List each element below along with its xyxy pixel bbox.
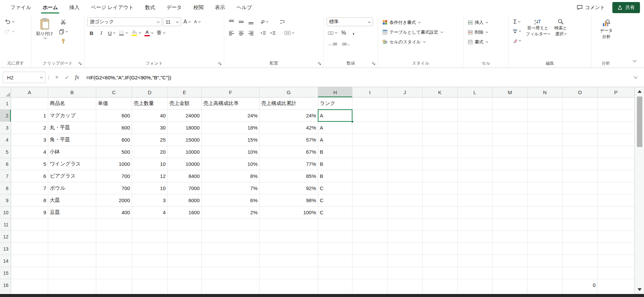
cell-M12[interactable] bbox=[493, 231, 528, 243]
cell-E7[interactable]: 8400 bbox=[168, 170, 202, 182]
vertical-scrollbar[interactable] bbox=[635, 87, 644, 294]
cell-L13[interactable] bbox=[457, 243, 493, 255]
paste-button[interactable]: 貼り付け bbox=[34, 17, 56, 46]
cell-K17[interactable] bbox=[422, 291, 457, 294]
cell-J10[interactable] bbox=[387, 207, 422, 219]
cell-B3[interactable]: 丸・平皿 bbox=[48, 122, 96, 134]
cell-M17[interactable] bbox=[493, 291, 528, 294]
cell-F9[interactable]: 6% bbox=[202, 194, 260, 207]
cell-N11[interactable] bbox=[528, 219, 563, 231]
cell-B13[interactable] bbox=[48, 243, 96, 255]
cell-K7[interactable] bbox=[422, 170, 457, 182]
cell-N6[interactable] bbox=[528, 158, 563, 170]
cell-I15[interactable] bbox=[352, 267, 387, 279]
cell-N9[interactable] bbox=[528, 194, 563, 207]
cell-M7[interactable] bbox=[493, 170, 528, 182]
column-header-C[interactable]: C bbox=[96, 87, 132, 98]
cell-N4[interactable] bbox=[528, 134, 563, 146]
cell-B10[interactable]: 豆皿 bbox=[48, 207, 96, 219]
cell-E11[interactable] bbox=[168, 219, 202, 231]
cell-K1[interactable] bbox=[422, 98, 457, 110]
percent-style-button[interactable]: % bbox=[339, 29, 348, 37]
cell-H2[interactable]: A bbox=[318, 110, 352, 122]
cell-I16[interactable] bbox=[352, 279, 387, 291]
cell-H7[interactable]: B bbox=[318, 170, 352, 182]
cell-L11[interactable] bbox=[457, 219, 493, 231]
copy-button[interactable] bbox=[58, 27, 69, 36]
cell-H15[interactable] bbox=[318, 267, 352, 279]
cell-O13[interactable] bbox=[563, 243, 598, 255]
increase-font-size-button[interactable]: A bbox=[182, 17, 192, 26]
cell-P14[interactable] bbox=[598, 255, 635, 267]
cell-O14[interactable] bbox=[563, 255, 598, 267]
cell-H10[interactable]: C bbox=[318, 207, 352, 219]
cell-H13[interactable] bbox=[318, 243, 352, 255]
row-header-10[interactable]: 10 bbox=[0, 207, 11, 219]
cell-P7[interactable] bbox=[598, 170, 635, 182]
cell-E6[interactable]: 10000 bbox=[168, 158, 202, 170]
row-header-16[interactable]: 16 bbox=[0, 279, 11, 291]
tab-help[interactable]: ヘルプ bbox=[231, 0, 258, 15]
cell-B17[interactable] bbox=[48, 291, 96, 294]
tab-data[interactable]: データ bbox=[161, 0, 188, 15]
cell-B16[interactable] bbox=[48, 279, 96, 291]
cell-P2[interactable] bbox=[598, 110, 635, 122]
cell-F13[interactable] bbox=[202, 243, 260, 255]
align-left-button[interactable] bbox=[227, 29, 236, 37]
cell-H17[interactable] bbox=[318, 291, 352, 294]
decrease-decimal-button[interactable]: .00→ bbox=[340, 40, 352, 48]
cell-F6[interactable]: 10% bbox=[202, 158, 260, 170]
scrollbar-thumb[interactable] bbox=[637, 97, 642, 147]
data-analysis-button[interactable]: データ 分析 bbox=[594, 17, 618, 41]
cell-J14[interactable] bbox=[387, 255, 422, 267]
cell-C10[interactable]: 400 bbox=[96, 207, 132, 219]
formula-bar-splitter[interactable]: ⋮ bbox=[46, 75, 52, 80]
cell-L14[interactable] bbox=[457, 255, 493, 267]
insert-function-button[interactable]: fx bbox=[72, 72, 82, 82]
cell-O15[interactable] bbox=[563, 267, 598, 279]
cell-C8[interactable]: 700 bbox=[96, 182, 132, 194]
cell-C5[interactable]: 500 bbox=[96, 146, 132, 158]
cell-D12[interactable] bbox=[132, 231, 168, 243]
cell-N1[interactable] bbox=[528, 98, 563, 110]
cell-K10[interactable] bbox=[422, 207, 457, 219]
cell-P3[interactable] bbox=[598, 122, 635, 134]
font-name-select[interactable]: 游ゴシック bbox=[87, 17, 162, 26]
tab-insert[interactable]: 挿入 bbox=[64, 0, 85, 15]
cell-I8[interactable] bbox=[352, 182, 387, 194]
scroll-up-button[interactable] bbox=[635, 87, 644, 96]
cell-L9[interactable] bbox=[457, 194, 493, 207]
row-header-8[interactable]: 8 bbox=[0, 182, 11, 194]
number-format-select[interactable]: 標準 bbox=[327, 17, 373, 26]
cell-B2[interactable]: マグカップ bbox=[48, 110, 96, 122]
cell-G15[interactable] bbox=[260, 267, 318, 279]
cell-J8[interactable] bbox=[387, 182, 422, 194]
row-header-9[interactable]: 9 bbox=[0, 194, 11, 207]
currency-format-button[interactable] bbox=[327, 29, 338, 37]
cell-C7[interactable]: 700 bbox=[96, 170, 132, 182]
cell-M3[interactable] bbox=[493, 122, 528, 134]
cell-O6[interactable] bbox=[563, 158, 598, 170]
decrease-font-size-button[interactable]: A bbox=[193, 17, 202, 26]
cell-G4[interactable]: 57% bbox=[260, 134, 318, 146]
column-header-K[interactable]: K bbox=[422, 87, 457, 98]
cell-F2[interactable]: 24% bbox=[202, 110, 260, 122]
format-as-table-button[interactable]: テーブルとして書式設定 bbox=[381, 27, 462, 37]
cell-E14[interactable] bbox=[168, 255, 202, 267]
cell-G7[interactable]: 85% bbox=[260, 170, 318, 182]
cell-O10[interactable] bbox=[563, 207, 598, 219]
cell-D16[interactable] bbox=[132, 279, 168, 291]
row-header-2[interactable]: 2 bbox=[0, 110, 11, 122]
column-header-A[interactable]: A bbox=[11, 87, 48, 98]
italic-button[interactable]: I bbox=[97, 29, 106, 37]
collapse-ribbon-button[interactable] bbox=[631, 58, 639, 64]
align-top-button[interactable] bbox=[227, 17, 236, 26]
cell-E15[interactable] bbox=[168, 267, 202, 279]
cell-G1[interactable]: 売上構成比累計 bbox=[260, 98, 318, 110]
cell-C6[interactable]: 1000 bbox=[96, 158, 132, 170]
format-painter-button[interactable] bbox=[58, 37, 69, 46]
cell-K8[interactable] bbox=[422, 182, 457, 194]
cell-E16[interactable] bbox=[168, 279, 202, 291]
cell-A10[interactable]: 9 bbox=[11, 207, 48, 219]
cell-J17[interactable] bbox=[387, 291, 422, 294]
